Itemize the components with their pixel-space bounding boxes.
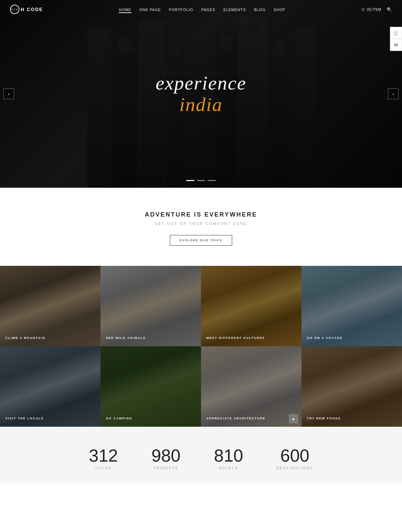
stat-tours-label: TOURS <box>89 466 118 470</box>
stats-section: 312 TOURS 980 TOURISTS 810 HOTELS 600 DE… <box>0 427 402 483</box>
grid-label-food: TRY NEW FOODS <box>307 417 341 420</box>
intro-section: ADVENTURE IS EVERYWHERE GET OUT OF YOUR … <box>0 188 402 266</box>
grid-bg-mountain <box>0 266 100 346</box>
grid-item-mountain[interactable]: CLIMB A MOUNTAIN <box>0 266 100 346</box>
navbar: </> H CODE HOME ONE PAGE PORTFOLIO PAGES… <box>0 0 402 19</box>
logo-icon: </> <box>10 5 19 14</box>
explore-button[interactable]: EXPLORE OUR TRIPS <box>170 235 232 246</box>
cart-label[interactable]: 🛒 (0) ITEM <box>361 7 381 12</box>
grid-bg-food <box>302 346 402 427</box>
grid-bg-wolf <box>100 266 201 346</box>
stat-tourists-number: 980 <box>151 447 181 464</box>
nav-links: HOME ONE PAGE PORTFOLIO PAGES ELEMENTS B… <box>119 6 285 12</box>
nav-item-home[interactable]: HOME <box>119 6 131 12</box>
stat-hotels-number: 810 <box>214 447 243 464</box>
stat-destinations: 600 DESTINATIONS <box>277 447 313 470</box>
grid-label-wolf: SEE WILD ANIMALS <box>106 336 146 340</box>
grid-bg-cyclist <box>0 346 100 427</box>
grid-bg-monks <box>201 266 302 346</box>
nav-item-portfolio[interactable]: PORTFOLIO <box>169 6 193 12</box>
grid-label-camping: GO CAMPING <box>106 417 132 420</box>
side-icons: 🛒 ✉ <box>390 27 402 51</box>
grid-item-architecture[interactable]: APPRECIATE ARCHITECTURE ▲ <box>201 346 302 427</box>
nav-right: 🛒 (0) ITEM 🔍 <box>361 7 392 12</box>
intro-title: ADVENTURE IS EVERYWHERE <box>7 211 395 218</box>
hero-dot-3[interactable] <box>208 180 216 181</box>
hero-prev-button[interactable]: ‹ <box>3 88 14 99</box>
grid-item-camping[interactable]: GO CAMPING <box>100 346 201 427</box>
grid-label-voyage: GO ON A VOYAGE <box>307 336 343 340</box>
hero-dots <box>186 180 216 181</box>
hero-title-line2: india <box>155 94 246 115</box>
grid-bg-voyage <box>302 266 402 346</box>
grid-label-architecture: APPRECIATE ARCHITECTURE <box>206 417 266 420</box>
nav-item-elements[interactable]: ELEMENTS <box>223 6 246 12</box>
stat-tourists-label: TOURISTS <box>151 466 181 470</box>
side-cart-button[interactable]: 🛒 <box>390 27 402 39</box>
stat-tours: 312 TOURS <box>89 447 118 470</box>
grid-item-voyage[interactable]: GO ON A VOYAGE <box>302 266 402 346</box>
stat-tours-number: 312 <box>89 447 118 464</box>
nav-item-shop[interactable]: SHOP <box>274 6 285 12</box>
grid-item-monks[interactable]: MEET DIFFERENT CULTURES <box>201 266 302 346</box>
hero-dot-2[interactable] <box>197 180 205 181</box>
grid-item-food[interactable]: TRY NEW FOODS <box>302 346 402 427</box>
grid-label-monks: MEET DIFFERENT CULTURES <box>206 336 265 340</box>
grid-item-wolf[interactable]: SEE WILD ANIMALS <box>100 266 201 346</box>
grid-section: CLIMB A MOUNTAIN SEE WILD ANIMALS MEET D… <box>0 266 402 427</box>
stat-destinations-number: 600 <box>277 447 313 464</box>
stat-tourists: 980 TOURISTS <box>151 447 181 470</box>
search-icon[interactable]: 🔍 <box>387 7 392 12</box>
grid-item-cyclist[interactable]: VISIT THE LOCALS <box>0 346 100 427</box>
hero-section: experience india ‹ › <box>0 0 402 188</box>
side-mail-button[interactable]: ✉ <box>390 39 402 51</box>
grid-bg-camping <box>100 346 201 427</box>
stat-destinations-label: DESTINATIONS <box>277 466 313 470</box>
nav-item-pages[interactable]: PAGES <box>201 6 215 12</box>
hero-text: experience india <box>155 72 246 115</box>
intro-subtitle: GET OUT OF YOUR COMFORT ZONE <box>7 222 395 226</box>
grid-bg-architecture <box>201 346 302 427</box>
stat-hotels-label: HOTELS <box>214 466 243 470</box>
grid-label-cyclist: VISIT THE LOCALS <box>5 417 44 420</box>
nav-item-onepage[interactable]: ONE PAGE <box>139 6 161 12</box>
logo[interactable]: </> H CODE <box>10 5 43 14</box>
nav-item-blog[interactable]: BLOG <box>254 6 266 12</box>
hero-title-line1: experience <box>155 72 246 94</box>
logo-text: H CODE <box>21 7 43 12</box>
scroll-up-button[interactable]: ▲ <box>289 414 298 423</box>
stat-hotels: 810 HOTELS <box>214 447 243 470</box>
hero-next-button[interactable]: › <box>388 88 399 99</box>
hero-dot-1[interactable] <box>186 180 194 181</box>
grid-label-mountain: CLIMB A MOUNTAIN <box>5 336 45 340</box>
